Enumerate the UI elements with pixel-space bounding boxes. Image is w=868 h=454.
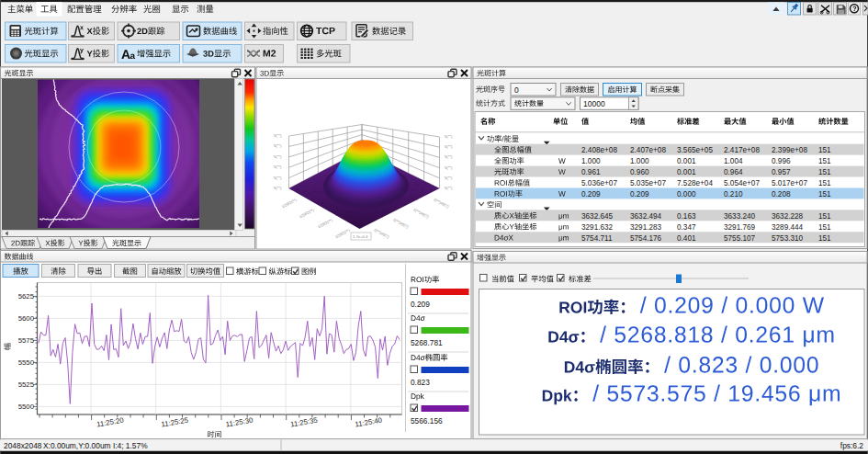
svg-text:1.7e+0.4: 1.7e+0.4 xyxy=(353,234,368,239)
svg-text:0.964: 0.964 xyxy=(724,168,743,176)
svg-text:5(**): 5(**) xyxy=(445,186,453,190)
svg-text:5.035e+07: 5.035e+07 xyxy=(630,179,666,187)
svg-text:5(**): 5(**) xyxy=(274,186,282,190)
svg-text:5(**): 5(**) xyxy=(445,134,453,139)
svg-text:151: 151 xyxy=(818,223,831,232)
svg-text:2.399e+08: 2.399e+08 xyxy=(772,146,807,154)
svg-text:5268.781: 5268.781 xyxy=(411,338,443,347)
svg-text:fps:6.2: fps:6.2 xyxy=(840,441,863,450)
svg-text:5(**): 5(**) xyxy=(445,176,453,180)
svg-text:3633.240: 3633.240 xyxy=(724,212,756,221)
svg-text:0.347: 0.347 xyxy=(677,223,696,232)
svg-text:3291.283: 3291.283 xyxy=(630,223,662,232)
svg-text:0.961: 0.961 xyxy=(581,168,601,176)
svg-text:3.565e+05: 3.565e+05 xyxy=(677,146,713,154)
svg-text:5625: 5625 xyxy=(18,292,35,301)
svg-text:0.001: 0.001 xyxy=(677,168,696,176)
svg-text:151: 151 xyxy=(818,190,831,199)
svg-text:1.000: 1.000 xyxy=(581,157,601,165)
svg-text:0.210: 0.210 xyxy=(724,190,743,199)
svg-text:151: 151 xyxy=(818,146,831,154)
svg-text:0.001: 0.001 xyxy=(677,157,696,165)
svg-text:0.957: 0.957 xyxy=(772,168,791,176)
svg-text:1.004: 1.004 xyxy=(724,157,743,165)
svg-text:0.209: 0.209 xyxy=(411,300,430,309)
svg-text:5575: 5575 xyxy=(18,336,35,345)
svg-text:5753.310: 5753.310 xyxy=(772,234,804,243)
svg-text:151: 151 xyxy=(818,168,831,176)
svg-text:0.000: 0.000 xyxy=(677,190,696,199)
svg-text:5.017e+07: 5.017e+07 xyxy=(772,179,807,187)
svg-text:0.823: 0.823 xyxy=(411,378,430,387)
svg-text:5525: 5525 xyxy=(18,380,35,389)
svg-text:151: 151 xyxy=(818,157,831,165)
svg-text:5(**): 5(**) xyxy=(445,165,453,170)
svg-text:0.996: 0.996 xyxy=(772,157,791,165)
svg-text:5(**): 5(**) xyxy=(274,176,282,180)
svg-text:10000: 10000 xyxy=(583,99,605,108)
svg-text:5.054e+07: 5.054e+07 xyxy=(724,179,760,187)
svg-text:5(**): 5(**) xyxy=(274,133,282,138)
svg-text:5600: 5600 xyxy=(18,314,35,323)
svg-text:0.960: 0.960 xyxy=(630,168,649,176)
svg-text:5(**): 5(**) xyxy=(274,165,282,169)
svg-text:7.528e+04: 7.528e+04 xyxy=(677,179,713,187)
svg-text:5754.711: 5754.711 xyxy=(581,234,613,243)
svg-text:0.208: 0.208 xyxy=(772,190,791,199)
svg-text:3632.228: 3632.228 xyxy=(772,212,804,221)
svg-text:5500: 5500 xyxy=(18,403,35,411)
svg-text:3632.494: 3632.494 xyxy=(630,212,662,221)
svg-text:5550: 5550 xyxy=(18,358,35,367)
svg-text:3291.632: 3291.632 xyxy=(581,223,614,232)
svg-text:5(**): 5(**) xyxy=(445,144,453,149)
svg-text:2.407e+08: 2.407e+08 xyxy=(630,146,666,154)
svg-text:3289.444: 3289.444 xyxy=(772,223,804,232)
svg-text:3291.769: 3291.769 xyxy=(724,223,756,232)
svg-text:0.209: 0.209 xyxy=(630,190,649,199)
svg-text:5(**): 5(**) xyxy=(274,143,282,148)
svg-text:2.417e+08: 2.417e+08 xyxy=(724,146,760,154)
svg-text:5.036e+07: 5.036e+07 xyxy=(581,179,617,187)
svg-text:3632.645: 3632.645 xyxy=(581,212,614,221)
svg-text:0.401: 0.401 xyxy=(677,234,696,243)
svg-text:0: 0 xyxy=(514,85,519,95)
svg-text:5(**): 5(**) xyxy=(274,154,282,159)
svg-text:151: 151 xyxy=(818,212,831,221)
svg-text:2048x2048: 2048x2048 xyxy=(4,441,42,450)
svg-text:0.163: 0.163 xyxy=(677,212,696,221)
svg-text:2.408e+08: 2.408e+08 xyxy=(581,146,617,154)
svg-text:X:0.00um,Y:0.00um I:4; 1.57%: X:0.00um,Y:0.00um I:4; 1.57% xyxy=(43,441,148,450)
svg-text:5755.107: 5755.107 xyxy=(724,234,756,243)
svg-text:1.000: 1.000 xyxy=(630,157,649,165)
svg-text:5(**): 5(**) xyxy=(445,154,453,159)
svg-text:5566.156: 5566.156 xyxy=(411,416,443,426)
svg-text:0.209: 0.209 xyxy=(581,190,601,199)
svg-text:151: 151 xyxy=(818,179,831,187)
svg-text:151: 151 xyxy=(818,234,831,243)
svg-text:5754.176: 5754.176 xyxy=(630,234,662,243)
